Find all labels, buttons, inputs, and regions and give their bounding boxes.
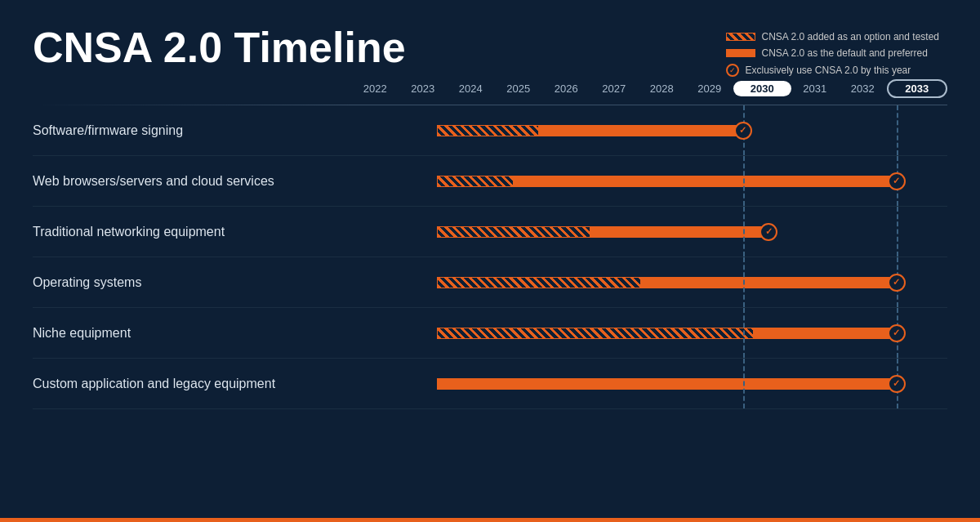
timeline-area: 2022202320242025202620272028202920302031… [33, 79, 947, 409]
bar-hatch [437, 125, 539, 136]
bar-solid [641, 277, 897, 288]
bar-solid [539, 125, 743, 136]
legend-solid-icon [726, 49, 755, 57]
legend-solid-item: CNSA 2.0 as the default and preferred [726, 47, 940, 59]
year-label-2026: 2026 [542, 83, 590, 95]
legend-check-item: ✓ Exclusively use CNSA 2.0 by this year [726, 64, 940, 77]
row-label: Niche equipment [33, 326, 335, 341]
row-label: Web browsers/servers and cloud services [33, 174, 335, 189]
year-label-2027: 2027 [590, 83, 639, 95]
legend-hatch-item: CNSA 2.0 added as an option and tested [726, 31, 940, 42]
check-circle: ✓ [734, 122, 752, 140]
dashed-line [897, 207, 898, 257]
table-row: Software/firmware signing✓ [33, 105, 947, 156]
table-row: Traditional networking equipment✓ [33, 207, 947, 257]
check-circle: ✓ [760, 223, 777, 241]
row-chart: ✓ [335, 105, 947, 155]
legend-hatch-icon [726, 33, 755, 41]
year-header: 2022202320242025202620272028202920302031… [351, 79, 947, 98]
rows-container: Software/firmware signing✓Web browsers/s… [33, 105, 947, 409]
main-container: CNSA 2.0 Timeline CNSA 2.0 added as an o… [0, 0, 980, 522]
year-label-2033: 2033 [887, 79, 948, 98]
row-chart: ✓ [335, 207, 947, 257]
year-label-2025: 2025 [495, 83, 543, 95]
table-row: Operating systems✓ [33, 257, 947, 308]
legend-hatch-label: CNSA 2.0 added as an option and tested [762, 31, 940, 42]
year-label-2023: 2023 [399, 83, 448, 95]
row-chart: ✓ [335, 308, 947, 358]
row-chart: ✓ [335, 156, 947, 206]
bar-hatch [437, 328, 754, 339]
check-circle: ✓ [888, 324, 906, 342]
bar-hatch [437, 226, 590, 238]
row-label: Operating systems [33, 275, 335, 290]
year-label-2031: 2031 [791, 83, 840, 95]
row-chart: ✓ [335, 257, 947, 307]
bar-hatch [437, 176, 514, 187]
year-label-2032: 2032 [839, 83, 887, 95]
bar-solid [590, 226, 769, 238]
table-row: Niche equipment✓ [33, 308, 947, 359]
row-label: Custom application and legacy equipment [33, 377, 335, 391]
bar-solid [514, 176, 897, 187]
row-label: Traditional networking equipment [33, 225, 335, 239]
row-chart: ✓ [335, 359, 947, 408]
bar-solid [754, 328, 897, 339]
year-label-2028: 2028 [638, 83, 686, 95]
check-circle: ✓ [888, 375, 906, 393]
bar-solid [437, 378, 897, 390]
dashed-line [897, 105, 898, 155]
table-row: Custom application and legacy equipment✓ [33, 359, 947, 409]
table-row: Web browsers/servers and cloud services✓ [33, 156, 947, 207]
year-label-2029: 2029 [686, 83, 734, 95]
legend: CNSA 2.0 added as an option and tested C… [726, 31, 940, 77]
year-label-2024: 2024 [447, 83, 495, 95]
check-circle: ✓ [888, 172, 906, 190]
legend-solid-label: CNSA 2.0 as the default and preferred [762, 47, 928, 59]
year-label-2022: 2022 [351, 83, 399, 95]
legend-check-icon: ✓ [726, 64, 739, 77]
check-circle: ✓ [888, 274, 906, 292]
bottom-bar [0, 518, 980, 522]
legend-check-label: Exclusively use CNSA 2.0 by this year [746, 65, 911, 76]
year-label-2030: 2030 [733, 81, 791, 96]
bar-hatch [437, 277, 641, 288]
row-label: Software/firmware signing [33, 123, 335, 138]
